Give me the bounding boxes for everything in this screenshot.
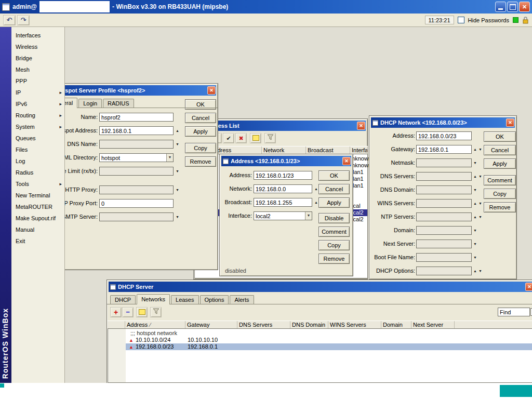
ok-button[interactable]: OK: [318, 170, 350, 181]
address-column-header[interactable]: Address: [125, 321, 185, 329]
sidebar-item-exit[interactable]: Exit: [11, 235, 64, 247]
disable-button[interactable]: Disable: [318, 213, 350, 223]
gateway-input[interactable]: [416, 145, 472, 154]
interface-input[interactable]: [254, 211, 312, 220]
netmask-input[interactable]: [416, 158, 472, 167]
tab-alerts[interactable]: Alerts: [230, 295, 254, 304]
close-icon[interactable]: [506, 118, 514, 127]
redo-icon[interactable]: [17, 15, 30, 25]
sidebar-item-metarouter[interactable]: MetaROUTER: [11, 201, 64, 212]
tab-networks[interactable]: Networks: [137, 294, 170, 304]
down-arrow-icon[interactable]: [472, 240, 478, 248]
dhcp-options-input[interactable]: [416, 267, 472, 275]
apply-button[interactable]: Apply: [318, 197, 350, 208]
next-server-input[interactable]: [416, 240, 472, 248]
copy-button[interactable]: Copy: [318, 240, 350, 250]
tab-leases[interactable]: Leases: [171, 295, 198, 304]
ok-button[interactable]: OK: [484, 131, 516, 142]
sidebar-item-radius[interactable]: Radius: [11, 167, 64, 178]
close-button[interactable]: [519, 2, 530, 12]
down-arrow-icon[interactable]: [477, 212, 483, 221]
broadcast-input[interactable]: [254, 198, 312, 207]
close-icon[interactable]: [357, 122, 365, 130]
comment-button[interactable]: Comment: [318, 227, 350, 237]
name-input[interactable]: [99, 113, 174, 122]
minimize-button[interactable]: [495, 2, 506, 12]
remove-button[interactable]: Remove: [185, 156, 216, 167]
sidebar-item-system[interactable]: System: [11, 121, 64, 132]
sidebar-item-new-terminal[interactable]: New Terminal: [11, 190, 64, 201]
down-arrow-icon[interactable]: [472, 158, 478, 167]
sidebar-item-files[interactable]: Files: [11, 144, 64, 155]
tab-radius[interactable]: RADIUS: [103, 99, 134, 108]
http-proxy-input[interactable]: [99, 185, 174, 194]
undo-icon[interactable]: [3, 15, 16, 25]
add-button[interactable]: [110, 307, 122, 317]
filter-button[interactable]: [264, 133, 276, 143]
dns-name-input[interactable]: [99, 140, 174, 149]
smtp-server-input[interactable]: [99, 212, 174, 221]
remove-button[interactable]: [122, 307, 134, 317]
copy-button[interactable]: Copy: [484, 189, 516, 199]
sidebar-item-ppp[interactable]: PPP: [11, 75, 64, 87]
down-arrow-icon[interactable]: [175, 140, 180, 149]
boot-file-name-input[interactable]: [416, 253, 472, 262]
tab-options[interactable]: Options: [200, 295, 229, 304]
dns-servers-input[interactable]: [416, 172, 472, 181]
apply-button[interactable]: Apply: [185, 126, 216, 137]
enable-button[interactable]: [223, 133, 234, 143]
sidebar-item-routing[interactable]: Routing: [11, 110, 64, 121]
hide-passwords-checkbox[interactable]: [458, 17, 464, 23]
broadcast-column-header[interactable]: Broadcast: [306, 147, 350, 154]
html-directory-input[interactable]: [99, 153, 174, 162]
comment-button[interactable]: [250, 133, 261, 143]
remove-button[interactable]: Remove: [484, 202, 516, 212]
sidebar-item-interfaces[interactable]: Interfaces: [11, 30, 64, 41]
filter-button[interactable]: [150, 307, 162, 317]
find-input[interactable]: [498, 308, 530, 316]
dhcp-network-titlebar[interactable]: DHCP Network <192.168.0.0/23>: [371, 117, 515, 128]
sidebar-item-make-supout[interactable]: Make Supout.rif: [11, 212, 64, 224]
cancel-button[interactable]: Cancel: [185, 113, 216, 123]
sidebar-item-wireless[interactable]: Wireless: [11, 41, 64, 52]
down-arrow-icon[interactable]: [472, 185, 478, 194]
dns-domain-column-header[interactable]: DNS Domain: [290, 321, 328, 329]
close-icon[interactable]: [207, 86, 216, 95]
down-arrow-icon[interactable]: [472, 226, 478, 235]
comment-row[interactable]: ;;; hotspot network: [126, 330, 532, 337]
sidebar-item-ipv6[interactable]: IPv6: [11, 98, 64, 110]
gateway-column-header[interactable]: Gateway: [185, 321, 237, 329]
sidebar-item-queues[interactable]: Queues: [11, 132, 64, 144]
close-icon[interactable]: [525, 283, 532, 291]
sidebar-item-log[interactable]: Log: [11, 155, 64, 167]
sidebar-item-tools[interactable]: Tools: [11, 178, 64, 190]
down-arrow-icon[interactable]: [477, 199, 483, 208]
interface-column-header[interactable]: Interface: [350, 147, 368, 154]
address-input[interactable]: [416, 131, 472, 140]
tab-general[interactable]: General: [65, 98, 77, 108]
cancel-button[interactable]: Cancel: [484, 145, 516, 155]
network-input[interactable]: [254, 184, 312, 193]
wins-servers-column-header[interactable]: WINS Servers: [328, 321, 381, 329]
sidebar-item-ip[interactable]: IP: [11, 87, 64, 98]
network-column-header[interactable]: Network: [262, 147, 306, 154]
dns-domain-input[interactable]: [416, 185, 472, 194]
address-input[interactable]: [254, 171, 312, 180]
sidebar-item-bridge[interactable]: Bridge: [11, 52, 64, 64]
dhcp-network-row-selected[interactable]: 192.168.0.0/23 192.168.0.1: [126, 343, 532, 350]
cancel-button[interactable]: Cancel: [318, 184, 350, 194]
interface-dropdown-icon[interactable]: [305, 212, 312, 220]
down-arrow-icon[interactable]: [175, 212, 180, 221]
sidebar-item-manual[interactable]: Manual: [11, 224, 64, 235]
rate-limit-input[interactable]: [99, 167, 174, 176]
app-titlebar[interactable]: admin@ - WinBox v3.30 on RB433UAH (mipsb…: [0, 0, 532, 14]
comment-button[interactable]: Comment: [484, 175, 516, 185]
down-arrow-icon[interactable]: [175, 167, 180, 176]
up-arrow-icon[interactable]: [175, 126, 180, 135]
down-arrow-icon[interactable]: [175, 185, 180, 194]
address-dialog-titlebar[interactable]: Address <192.168.0.1/23>: [221, 156, 351, 166]
domain-input[interactable]: [416, 226, 472, 235]
down-arrow-icon[interactable]: [477, 145, 483, 154]
wins-servers-input[interactable]: [416, 199, 472, 208]
tab-dhcp[interactable]: DHCP: [110, 295, 136, 304]
